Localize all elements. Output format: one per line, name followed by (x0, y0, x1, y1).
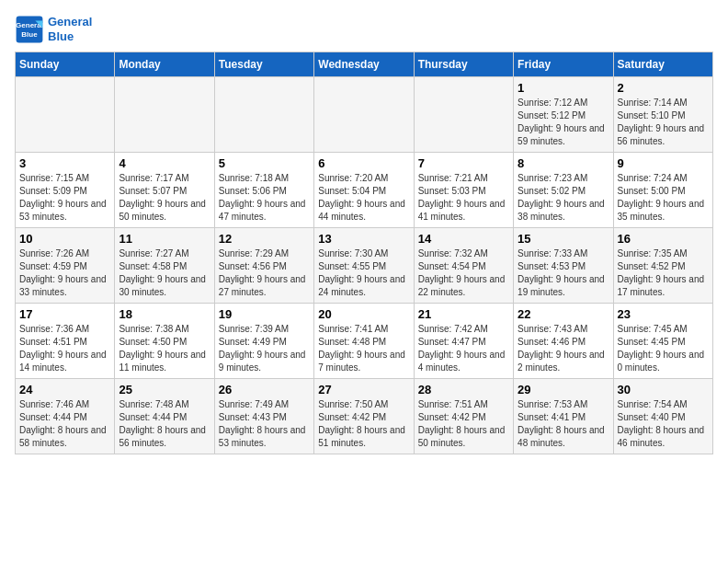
weekday-header-saturday: Saturday (613, 52, 712, 77)
day-number: 1 (518, 81, 609, 95)
day-info: Sunrise: 7:36 AM Sunset: 4:51 PM Dayligh… (19, 323, 110, 374)
calendar-cell: 20Sunrise: 7:41 AM Sunset: 4:48 PM Dayli… (314, 304, 414, 379)
day-number: 14 (418, 232, 509, 246)
calendar-cell: 6Sunrise: 7:20 AM Sunset: 5:04 PM Daylig… (314, 153, 414, 228)
calendar-header: SundayMondayTuesdayWednesdayThursdayFrid… (16, 52, 713, 77)
day-number: 5 (219, 156, 310, 170)
calendar-cell: 24Sunrise: 7:46 AM Sunset: 4:44 PM Dayli… (16, 379, 115, 454)
day-number: 25 (119, 383, 210, 396)
page-header: General Blue GeneralBlue (15, 15, 713, 44)
day-number: 8 (518, 156, 609, 170)
day-info: Sunrise: 7:18 AM Sunset: 5:06 PM Dayligh… (219, 172, 310, 224)
calendar-cell: 27Sunrise: 7:50 AM Sunset: 4:42 PM Dayli… (314, 379, 414, 454)
weekday-header-tuesday: Tuesday (214, 52, 313, 77)
calendar-cell: 23Sunrise: 7:45 AM Sunset: 4:45 PM Dayli… (613, 304, 712, 379)
day-info: Sunrise: 7:45 AM Sunset: 4:45 PM Dayligh… (618, 323, 709, 374)
calendar-cell: 4Sunrise: 7:17 AM Sunset: 5:07 PM Daylig… (115, 153, 214, 228)
calendar-cell: 21Sunrise: 7:42 AM Sunset: 4:47 PM Dayli… (414, 304, 513, 379)
day-number: 16 (618, 232, 709, 246)
day-info: Sunrise: 7:53 AM Sunset: 4:41 PM Dayligh… (518, 398, 609, 450)
day-number: 3 (19, 156, 110, 170)
calendar-cell: 5Sunrise: 7:18 AM Sunset: 5:06 PM Daylig… (214, 153, 313, 228)
weekday-header-sunday: Sunday (16, 52, 115, 77)
day-info: Sunrise: 7:20 AM Sunset: 5:04 PM Dayligh… (318, 172, 409, 224)
calendar-table: SundayMondayTuesdayWednesdayThursdayFrid… (15, 52, 713, 454)
calendar-cell: 15Sunrise: 7:33 AM Sunset: 4:53 PM Dayli… (514, 228, 613, 304)
calendar-cell: 14Sunrise: 7:32 AM Sunset: 4:54 PM Dayli… (414, 228, 513, 304)
day-number: 2 (618, 81, 709, 95)
weekday-header-friday: Friday (514, 52, 613, 77)
calendar-cell: 30Sunrise: 7:54 AM Sunset: 4:40 PM Dayli… (613, 379, 712, 454)
calendar-cell: 13Sunrise: 7:30 AM Sunset: 4:55 PM Dayli… (314, 228, 414, 304)
day-number: 27 (318, 383, 409, 396)
calendar-cell (414, 77, 513, 153)
weekday-header-thursday: Thursday (414, 52, 513, 77)
day-info: Sunrise: 7:48 AM Sunset: 4:44 PM Dayligh… (119, 398, 210, 450)
day-number: 26 (219, 383, 310, 396)
calendar-cell: 11Sunrise: 7:27 AM Sunset: 4:58 PM Dayli… (115, 228, 214, 304)
weekday-header-wednesday: Wednesday (314, 52, 414, 77)
day-info: Sunrise: 7:32 AM Sunset: 4:54 PM Dayligh… (418, 247, 509, 299)
day-info: Sunrise: 7:35 AM Sunset: 4:52 PM Dayligh… (618, 247, 709, 299)
day-number: 11 (119, 232, 210, 246)
day-info: Sunrise: 7:15 AM Sunset: 5:09 PM Dayligh… (19, 172, 110, 224)
day-number: 9 (618, 156, 709, 170)
day-info: Sunrise: 7:49 AM Sunset: 4:43 PM Dayligh… (219, 398, 310, 450)
day-info: Sunrise: 7:39 AM Sunset: 4:49 PM Dayligh… (219, 323, 310, 374)
day-info: Sunrise: 7:14 AM Sunset: 5:10 PM Dayligh… (618, 97, 709, 148)
calendar-week-1: 1Sunrise: 7:12 AM Sunset: 5:12 PM Daylig… (16, 77, 713, 153)
day-info: Sunrise: 7:50 AM Sunset: 4:42 PM Dayligh… (318, 398, 409, 450)
calendar-cell: 19Sunrise: 7:39 AM Sunset: 4:49 PM Dayli… (214, 304, 313, 379)
calendar-cell: 2Sunrise: 7:14 AM Sunset: 5:10 PM Daylig… (613, 77, 712, 153)
calendar-cell: 28Sunrise: 7:51 AM Sunset: 4:42 PM Dayli… (414, 379, 513, 454)
day-number: 10 (19, 232, 110, 246)
day-info: Sunrise: 7:27 AM Sunset: 4:58 PM Dayligh… (119, 247, 210, 299)
day-info: Sunrise: 7:24 AM Sunset: 5:00 PM Dayligh… (618, 172, 709, 224)
calendar-cell: 3Sunrise: 7:15 AM Sunset: 5:09 PM Daylig… (16, 153, 115, 228)
weekday-header-monday: Monday (115, 52, 214, 77)
day-info: Sunrise: 7:38 AM Sunset: 4:50 PM Dayligh… (119, 323, 210, 374)
calendar-cell: 17Sunrise: 7:36 AM Sunset: 4:51 PM Dayli… (16, 304, 115, 379)
logo-text: GeneralBlue (48, 15, 92, 43)
day-info: Sunrise: 7:30 AM Sunset: 4:55 PM Dayligh… (318, 247, 409, 299)
day-info: Sunrise: 7:26 AM Sunset: 4:59 PM Dayligh… (19, 247, 110, 299)
day-number: 30 (618, 383, 709, 396)
day-info: Sunrise: 7:23 AM Sunset: 5:02 PM Dayligh… (518, 172, 609, 224)
calendar-cell: 1Sunrise: 7:12 AM Sunset: 5:12 PM Daylig… (514, 77, 613, 153)
calendar-cell: 7Sunrise: 7:21 AM Sunset: 5:03 PM Daylig… (414, 153, 513, 228)
day-number: 4 (119, 156, 210, 170)
day-number: 6 (318, 156, 409, 170)
day-info: Sunrise: 7:43 AM Sunset: 4:46 PM Dayligh… (518, 323, 609, 374)
day-number: 7 (418, 156, 509, 170)
day-number: 24 (19, 383, 110, 396)
day-number: 28 (418, 383, 509, 396)
day-number: 17 (19, 307, 110, 321)
day-info: Sunrise: 7:21 AM Sunset: 5:03 PM Dayligh… (418, 172, 509, 224)
day-info: Sunrise: 7:54 AM Sunset: 4:40 PM Dayligh… (618, 398, 709, 450)
day-number: 18 (119, 307, 210, 321)
calendar-cell (115, 77, 214, 153)
calendar-body: 1Sunrise: 7:12 AM Sunset: 5:12 PM Daylig… (16, 77, 713, 454)
day-number: 12 (219, 232, 310, 246)
day-info: Sunrise: 7:51 AM Sunset: 4:42 PM Dayligh… (418, 398, 509, 450)
calendar-week-3: 10Sunrise: 7:26 AM Sunset: 4:59 PM Dayli… (16, 228, 713, 304)
day-info: Sunrise: 7:12 AM Sunset: 5:12 PM Dayligh… (518, 97, 609, 148)
calendar-cell: 22Sunrise: 7:43 AM Sunset: 4:46 PM Dayli… (514, 304, 613, 379)
logo: General Blue GeneralBlue (15, 15, 92, 44)
day-number: 19 (219, 307, 310, 321)
calendar-week-5: 24Sunrise: 7:46 AM Sunset: 4:44 PM Dayli… (16, 379, 713, 454)
day-number: 20 (318, 307, 409, 321)
calendar-cell: 12Sunrise: 7:29 AM Sunset: 4:56 PM Dayli… (214, 228, 313, 304)
calendar-cell (16, 77, 115, 153)
calendar-cell: 29Sunrise: 7:53 AM Sunset: 4:41 PM Dayli… (514, 379, 613, 454)
day-number: 13 (318, 232, 409, 246)
day-number: 15 (518, 232, 609, 246)
day-info: Sunrise: 7:33 AM Sunset: 4:53 PM Dayligh… (518, 247, 609, 299)
calendar-cell: 10Sunrise: 7:26 AM Sunset: 4:59 PM Dayli… (16, 228, 115, 304)
day-number: 22 (518, 307, 609, 321)
calendar-cell: 16Sunrise: 7:35 AM Sunset: 4:52 PM Dayli… (613, 228, 712, 304)
day-info: Sunrise: 7:41 AM Sunset: 4:48 PM Dayligh… (318, 323, 409, 374)
day-info: Sunrise: 7:29 AM Sunset: 4:56 PM Dayligh… (219, 247, 310, 299)
calendar-cell: 8Sunrise: 7:23 AM Sunset: 5:02 PM Daylig… (514, 153, 613, 228)
day-info: Sunrise: 7:17 AM Sunset: 5:07 PM Dayligh… (119, 172, 210, 224)
